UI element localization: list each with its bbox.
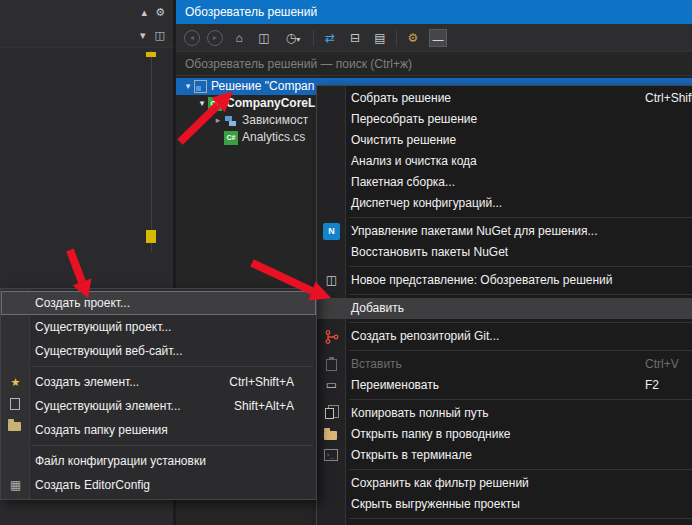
solution-folder-icon [8,422,21,431]
solution-explorer-titlebar[interactable]: Обозреватель решений [176,0,692,24]
menu-item-existing-website[interactable]: Существующий веб-сайт... [1,339,316,363]
menu-item-create-git-repository[interactable]: Создать репозиторий Git... [317,326,692,347]
tree-item-label: Зависимост [242,112,308,129]
terminal-icon: ›_ [324,449,338,461]
menu-item-build-solution[interactable]: Собрать решение Ctrl+Shift+B [317,88,692,109]
menu-item-create-editorconfig[interactable]: ▦ Создать EditorConfig [1,473,316,497]
dependencies-icon [224,115,238,127]
visual-studio-window: ▴ ⚙ ▾ ◫ Обозреватель решений ◄ ► ⌂ ◫ ◷▾ … [0,0,692,525]
gear-icon[interactable]: ⚙ [155,7,165,18]
chevron-down-icon[interactable]: ▾ [140,30,146,41]
folder-icon [324,431,337,440]
new-view-icon: ◫ [323,272,340,289]
collapse-all-button[interactable]: ⊟ [346,29,364,47]
tree-item-label: CompanyCoreL [226,95,315,112]
csharp-file-icon: C# [224,131,238,145]
tree-item-label: Analytics.cs [242,129,305,146]
menu-item-add[interactable]: Добавить [317,298,692,319]
split-window-icon[interactable]: ◫ [155,30,165,41]
chevron-down-icon: ▾ [296,35,300,44]
switch-views-button[interactable]: ◫ [255,29,273,47]
menu-item-hide-unloaded-projects[interactable]: Скрыть выгруженные проекты [317,494,692,515]
tree-item-label: Решение "Compan [211,78,314,95]
modified-marker [146,230,156,243]
preview-selected-items-toggle[interactable]: — [429,29,447,47]
menu-separator [317,263,692,270]
menu-item-existing-project[interactable]: Существующий проект... [1,315,316,339]
menu-separator [317,347,692,354]
toolbar-separator [313,30,314,46]
show-all-files-button[interactable]: ▤ [371,29,389,47]
menu-item-open-in-terminal[interactable]: ›_ Открыть в терминале [317,445,692,466]
add-submenu: Создать проект... Существующий проект...… [0,288,317,500]
menu-item-manage-nuget-packages[interactable]: N Управление пакетами NuGet для решения.… [317,221,692,242]
menu-item-open-folder-in-explorer[interactable]: Открыть папку в проводнике [317,424,692,445]
history-icon: ◷ [286,31,296,45]
solution-search-input[interactable] [176,52,692,76]
menu-separator [317,466,692,473]
csharp-project-icon: C# [208,97,222,111]
chevron-expanded-icon[interactable]: ▾ [182,78,194,95]
editorconfig-icon: ▦ [7,477,24,494]
chevron-expanded-icon[interactable]: ▾ [196,95,208,112]
menu-item-new-item[interactable]: ★ Создать элемент... Ctrl+Shift+A [1,370,316,394]
menu-item-analyze-code-cleanup[interactable]: Анализ и очистка кода [317,151,692,172]
menu-item-restore-nuget-packages[interactable]: Восстановить пакеты NuGet [317,242,692,263]
existing-item-icon [10,398,20,410]
menu-separator [317,291,692,298]
rename-icon: ▭ [323,377,340,394]
menu-item-paste[interactable]: Вставить Ctrl+V [317,354,692,375]
document-tab-strip: ▾ ◫ [0,24,173,48]
menu-item-save-as-solution-filter[interactable]: Сохранить как фильтр решений [317,473,692,494]
menu-item-configuration-manager[interactable]: Диспетчер конфигураций... [317,193,692,214]
properties-button[interactable]: ⚙ [404,29,422,47]
menu-item-rebuild-solution[interactable]: Пересобрать решение [317,109,692,130]
menu-item-new-solution-explorer-view[interactable]: ◫ Новое представление: Обозреватель реше… [317,270,692,291]
menu-separator [317,214,692,221]
copy-path-icon [325,408,334,419]
solution-explorer-toolbar: ◄ ► ⌂ ◫ ◷▾ ⇄ ⊟ ▤ ⚙ — [176,24,692,52]
forward-button[interactable]: ► [207,30,223,46]
editor-panel-header: ▴ ⚙ [0,0,173,24]
back-button[interactable]: ◄ [184,30,200,46]
menu-separator [317,319,692,326]
menu-separator [317,515,692,522]
paste-icon [326,359,337,371]
menu-item-clean-solution[interactable]: Очистить решение [317,130,692,151]
solution-context-menu: Собрать решение Ctrl+Shift+B Пересобрать… [316,85,692,525]
menu-separator [1,442,316,449]
editor-scrollbar[interactable] [151,50,152,252]
menu-item-existing-item[interactable]: Существующий элемент... Shift+Alt+A [1,394,316,418]
menu-item-new-solution-folder[interactable]: Создать папку решения [1,418,316,442]
new-item-icon: ★ [7,374,24,391]
menu-separator [317,396,692,403]
menu-item-rename[interactable]: ▭ Переименовать F2 [317,375,692,396]
menu-item-copy-full-path[interactable]: Копировать полный путь [317,403,692,424]
menu-item-new-project[interactable]: Создать проект... [1,291,316,315]
chevron-collapsed-icon[interactable]: ▸ [212,112,224,129]
panel-collapse-icon[interactable]: ▴ [142,7,148,18]
sync-with-active-document-button[interactable]: ⇄ [321,29,339,47]
pending-changes-filter-button[interactable]: ◷▾ [280,29,306,47]
toolbar-separator [396,30,397,46]
solution-icon [194,80,207,93]
modified-marker [146,52,156,57]
nuget-icon: N [323,223,340,240]
menu-separator [1,363,316,370]
git-icon [323,329,340,346]
menu-item-installation-config-file[interactable]: Файл конфигурации установки [1,449,316,473]
menu-item-batch-build[interactable]: Пакетная сборка... [317,172,692,193]
home-button[interactable]: ⌂ [230,29,248,47]
